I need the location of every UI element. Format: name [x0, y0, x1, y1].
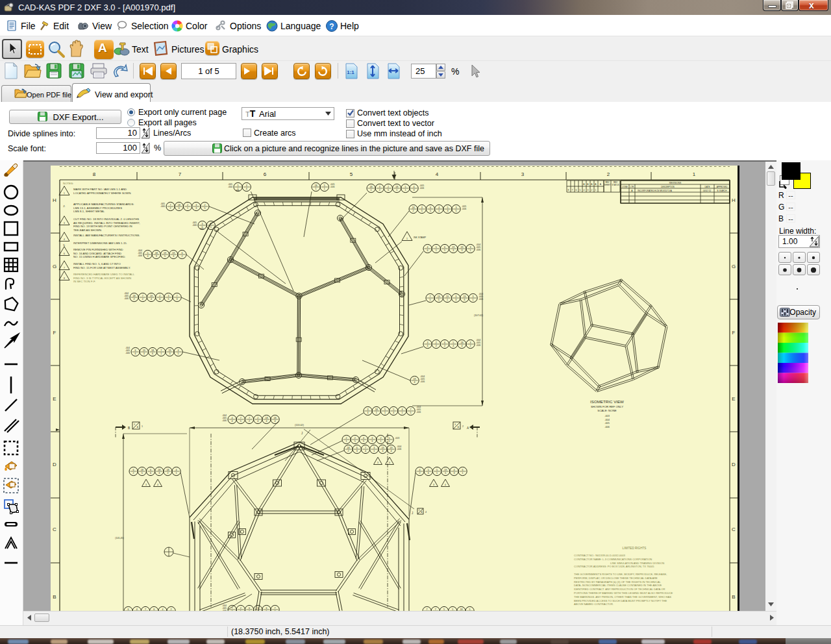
svg-text:7: 7 — [170, 204, 171, 206]
svg-text:-006: -006 — [192, 224, 197, 227]
svg-text:4: 4 — [363, 437, 364, 440]
svg-text:6: 6 — [444, 246, 445, 249]
svg-text:18: 18 — [274, 417, 277, 419]
svg-text:18: 18 — [265, 417, 267, 419]
svg-text:1: 1 — [346, 440, 347, 443]
svg-text:4: 4 — [584, 189, 585, 192]
svg-text:5: 5 — [456, 210, 457, 212]
svg-text:1: 1 — [401, 412, 403, 414]
svg-text:7: 7 — [177, 295, 178, 297]
svg-text:1: 1 — [404, 189, 406, 192]
svg-text:6: 6 — [428, 472, 429, 475]
svg-text:4: 4 — [425, 511, 427, 514]
svg-text:1: 1 — [447, 299, 448, 301]
svg-text:6: 6 — [135, 349, 136, 352]
svg-text:18: 18 — [370, 186, 373, 188]
svg-text:1: 1 — [324, 188, 325, 190]
svg-text:3: 3 — [421, 206, 423, 209]
svg-text:2: 2 — [379, 189, 380, 192]
svg-text:5: 5 — [350, 171, 353, 177]
svg-text:18: 18 — [412, 206, 415, 209]
svg-text:5: 5 — [210, 226, 212, 229]
svg-text:-005: -005 — [419, 184, 424, 187]
svg-text:5: 5 — [447, 206, 448, 209]
svg-text:4: 4 — [436, 171, 439, 177]
svg-text:3: 3 — [427, 341, 428, 344]
svg-text:A: A — [587, 183, 589, 186]
svg-text:REF: REF — [200, 228, 204, 230]
svg-text:2: 2 — [419, 472, 421, 475]
svg-text:4: 4 — [257, 420, 258, 423]
svg-text:6: 6 — [419, 509, 420, 512]
svg-text:2: 2 — [591, 189, 593, 192]
svg-text:-006: -006 — [124, 297, 129, 300]
svg-text:4: 4 — [147, 255, 149, 258]
svg-text:B. B ARCH: B. B ARCH — [717, 190, 727, 192]
svg-text:3: 3 — [371, 440, 373, 443]
svg-text:-005: -005 — [330, 183, 334, 186]
svg-text:(105,45): (105,45) — [115, 537, 123, 539]
svg-text:REF: REF — [236, 190, 240, 192]
svg-text:3: 3 — [195, 207, 197, 210]
svg-text:-004: -004 — [124, 292, 129, 295]
svg-text:3: 3 — [371, 437, 373, 440]
svg-text:18: 18 — [155, 252, 158, 254]
svg-text:6: 6 — [427, 249, 428, 252]
svg-text:1: 1 — [371, 189, 372, 192]
svg-text:18: 18 — [347, 447, 350, 449]
svg-text:-006: -006 — [420, 380, 425, 383]
svg-text:THE GOVERNMENT'S RIGHTS TO: THE GOVERNMENT'S RIGHTS TO USE, MODIFY, … — [574, 573, 667, 576]
svg-text:ZONE: ZONE — [622, 186, 627, 188]
svg-text:3: 3 — [177, 298, 178, 301]
svg-text:18: 18 — [166, 469, 169, 471]
svg-text:H: H — [53, 197, 56, 203]
svg-text:18: 18 — [133, 295, 136, 297]
svg-text:2: 2 — [181, 255, 182, 258]
svg-text:-006: -006 — [604, 426, 610, 428]
svg-text:7: 7 — [430, 295, 431, 298]
svg-text:A: A — [137, 426, 138, 428]
svg-text:4: 4 — [275, 420, 276, 423]
svg-text:5: 5 — [428, 469, 429, 471]
svg-text:-006: -006 — [397, 448, 401, 451]
svg-text:J: J — [412, 512, 413, 515]
svg-text:5: 5 — [142, 472, 143, 475]
svg-text:-005: -005 — [125, 349, 130, 352]
svg-text:-005: -005 — [462, 205, 466, 208]
svg-text:A: A — [595, 183, 597, 186]
svg-text:-004: -004 — [416, 406, 421, 408]
svg-text:2: 2 — [257, 417, 258, 419]
svg-text:1: 1 — [396, 189, 397, 192]
svg-text:18: 18 — [395, 186, 398, 188]
svg-text:4: 4 — [453, 469, 454, 471]
svg-text:3: 3 — [143, 353, 145, 355]
svg-text:4: 4 — [232, 420, 233, 423]
svg-text:3: 3 — [414, 189, 415, 192]
svg-text:19: 19 — [452, 246, 454, 249]
svg-text:04/02 /52: 04/02 /52 — [703, 190, 712, 192]
svg-text:1: 1 — [436, 249, 437, 252]
svg-text:4: 4 — [445, 484, 446, 486]
svg-text:2: 2 — [170, 207, 171, 210]
svg-text:A: A — [467, 427, 469, 430]
svg-text:5: 5 — [240, 420, 242, 423]
svg-text:1: 1 — [316, 188, 317, 190]
svg-text:4: 4 — [389, 462, 390, 464]
svg-text:18: 18 — [178, 204, 180, 206]
svg-text:THE MARKINGS. ANY PERSON,: THE MARKINGS. ANY PERSON, OTHER THAN THE… — [574, 595, 671, 599]
svg-text:6: 6 — [159, 298, 160, 301]
svg-text:A: A — [591, 183, 593, 186]
svg-text:DATA--NONCOMMERCIAL ITEMS CL: DATA--NONCOMMERCIAL ITEMS CLAUSE CONTAIN… — [574, 584, 662, 587]
svg-text:5: 5 — [410, 412, 412, 414]
svg-text:6: 6 — [179, 207, 180, 210]
svg-text:5: 5 — [363, 440, 364, 443]
svg-text:2: 2 — [346, 437, 347, 440]
svg-text:B: B — [732, 594, 735, 600]
svg-text:AS REQUIRED. INSTALL INTO THRE: AS REQUIRED. INSTALL INTO THREADED INSER… — [73, 221, 140, 225]
svg-text:TEE-BAR AS SHOWN.: TEE-BAR AS SHOWN. — [73, 229, 102, 232]
svg-text:2: 2 — [413, 210, 414, 212]
svg-text:19: 19 — [463, 295, 465, 298]
svg-text:NOTES:: NOTES: — [63, 182, 73, 185]
svg-text:2: 2 — [354, 437, 356, 440]
svg-text:5: 5 — [384, 408, 386, 411]
